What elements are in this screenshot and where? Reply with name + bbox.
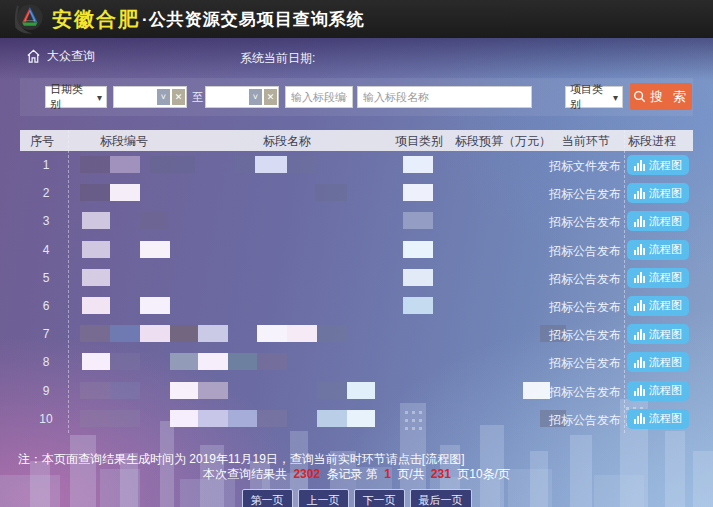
table-row: 7招标公告发布流程图 xyxy=(20,320,693,348)
row-number: 9 xyxy=(38,384,54,398)
redacted-block xyxy=(228,353,257,370)
bar-chart-icon xyxy=(634,160,646,171)
current-stage-label: 招标公告发布 xyxy=(549,384,621,401)
home-label[interactable]: 大众查询 xyxy=(47,48,95,65)
flow-chart-button[interactable]: 流程图 xyxy=(627,211,689,231)
search-button[interactable]: 搜 索 xyxy=(630,83,692,110)
page-nav-button[interactable]: 下一页 xyxy=(354,489,405,507)
flow-chart-button[interactable]: 流程图 xyxy=(627,324,689,344)
section-name-input[interactable] xyxy=(357,86,532,108)
summary-text: 页10条/页 xyxy=(457,467,510,481)
flow-chart-button[interactable]: 流程图 xyxy=(627,155,689,175)
row-number: 4 xyxy=(38,243,54,257)
date-from-input[interactable]: ˅ ✕ xyxy=(113,86,187,108)
row-number: 5 xyxy=(38,271,54,285)
flow-chart-button[interactable]: 流程图 xyxy=(627,268,689,288)
summary-text: 页/共 xyxy=(397,467,424,481)
redacted-block xyxy=(403,212,433,229)
flow-chart-button[interactable]: 流程图 xyxy=(627,381,689,401)
flow-chart-button[interactable]: 流程图 xyxy=(627,352,689,372)
flow-chart-button-label: 流程图 xyxy=(649,327,682,342)
redacted-block xyxy=(257,410,287,427)
redacted-block xyxy=(317,382,347,399)
row-number: 10 xyxy=(38,412,54,426)
calendar-dropdown-icon[interactable]: ˅ xyxy=(157,89,170,105)
redacted-block xyxy=(140,241,170,258)
chevron-down-icon: ▾ xyxy=(613,92,618,103)
chevron-down-icon: ▾ xyxy=(97,92,102,103)
table-row: 2招标公告发布流程图 xyxy=(20,179,693,207)
current-stage-label: 招标公告发布 xyxy=(549,186,621,203)
table-header: 序号标段编号标段名称项目类别标段预算（万元）当前环节标段进程 xyxy=(20,130,693,151)
flow-chart-button-label: 流程图 xyxy=(649,242,682,257)
search-button-label: 搜 索 xyxy=(650,88,689,106)
page-nav-button[interactable]: 最后一页 xyxy=(410,489,472,507)
flow-chart-button[interactable]: 流程图 xyxy=(627,409,689,429)
row-number: 7 xyxy=(38,327,54,341)
table-row: 4招标公告发布流程图 xyxy=(20,236,693,264)
summary-text: 条记录 第 xyxy=(326,467,377,481)
app-title-city: 安徽合肥 xyxy=(52,6,140,33)
date-category-select[interactable]: 日期类别 ▾ xyxy=(45,86,107,108)
sub-header: 大众查询 系统当前日期: xyxy=(0,48,713,68)
redacted-block xyxy=(110,184,140,201)
redacted-block xyxy=(403,156,433,173)
redacted-block xyxy=(170,325,197,342)
flow-chart-button-label: 流程图 xyxy=(649,355,682,370)
row-number: 2 xyxy=(38,186,54,200)
home-icon xyxy=(26,49,41,64)
redacted-block xyxy=(140,212,168,229)
calendar-dropdown-icon[interactable]: ˅ xyxy=(249,89,262,105)
table-row: 6招标公告发布流程图 xyxy=(20,292,693,320)
redacted-block xyxy=(198,353,228,370)
app-window: 安徽合肥 ·公共资源交易项目查询系统 xyxy=(0,0,713,507)
bar-chart-icon xyxy=(634,216,646,227)
flow-chart-button-label: 流程图 xyxy=(649,411,682,426)
redacted-block xyxy=(257,353,287,370)
current-stage-label: 招标公告发布 xyxy=(549,271,621,288)
row-number: 1 xyxy=(38,158,54,172)
redacted-block xyxy=(257,325,287,342)
clear-date-icon[interactable]: ✕ xyxy=(264,89,277,105)
redacted-block xyxy=(403,269,433,286)
redacted-block xyxy=(80,382,110,399)
column-header: 标段进程 xyxy=(628,133,676,150)
flow-chart-button[interactable]: 流程图 xyxy=(627,296,689,316)
row-number: 8 xyxy=(38,355,54,369)
bar-chart-icon xyxy=(634,188,646,199)
page-nav-button[interactable]: 上一页 xyxy=(298,489,349,507)
row-number: 6 xyxy=(38,299,54,313)
redacted-block xyxy=(403,297,433,314)
redacted-block xyxy=(80,410,110,427)
flow-chart-button[interactable]: 流程图 xyxy=(627,183,689,203)
bar-chart-icon xyxy=(634,329,646,340)
redacted-block xyxy=(110,353,140,370)
flow-chart-button[interactable]: 流程图 xyxy=(627,240,689,260)
row-number: 3 xyxy=(38,214,54,228)
project-category-select[interactable]: 项目类别 ▾ xyxy=(565,86,623,108)
current-stage-label: 招标公告发布 xyxy=(549,355,621,372)
bar-chart-icon xyxy=(634,300,646,311)
clear-date-icon[interactable]: ✕ xyxy=(172,89,185,105)
system-date-label: 系统当前日期: xyxy=(240,50,315,67)
table-row: 9招标公告发布流程图 xyxy=(20,377,693,405)
to-label: 至 xyxy=(192,86,203,108)
redacted-block xyxy=(82,241,110,258)
column-header: 标段编号 xyxy=(100,133,148,150)
current-stage-label: 招标公告发布 xyxy=(549,299,621,316)
search-icon xyxy=(633,90,646,103)
redacted-block xyxy=(80,184,110,201)
results-summary: 本次查询结果共 2302 条记录 第 1 页/共 231 页10条/页 xyxy=(0,466,713,483)
redacted-block xyxy=(80,156,110,173)
title-bar: 安徽合肥 ·公共资源交易项目查询系统 xyxy=(0,0,713,38)
table-row: 8招标公告发布流程图 xyxy=(20,348,693,376)
current-stage-label: 招标公告发布 xyxy=(549,412,621,429)
redacted-block xyxy=(140,297,170,314)
page-nav-button[interactable]: 第一页 xyxy=(242,489,293,507)
results-table-body: 1招标文件发布流程图2招标公告发布流程图3招标公告发布流程图4招标公告发布流程图… xyxy=(20,151,693,433)
current-page-number: 1 xyxy=(384,467,391,481)
home-nav[interactable]: 大众查询 xyxy=(26,48,95,65)
date-to-input[interactable]: ˅ ✕ xyxy=(205,86,279,108)
section-number-input[interactable] xyxy=(285,86,353,108)
redacted-block xyxy=(110,410,140,427)
